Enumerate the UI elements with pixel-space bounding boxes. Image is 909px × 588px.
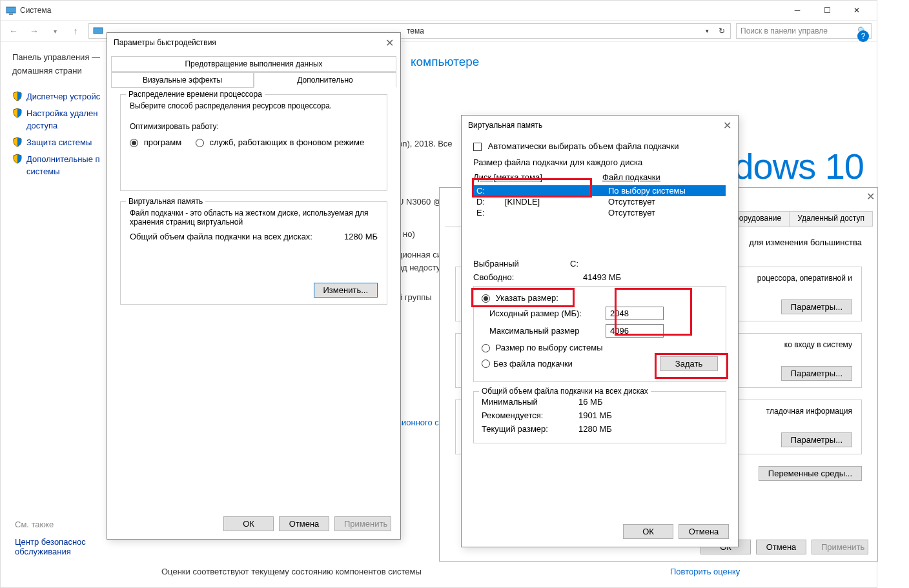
no-text: но)	[403, 229, 415, 239]
radio-custom-size[interactable]	[482, 294, 490, 303]
search-placeholder: Поиск в панели управле	[740, 26, 828, 35]
cpu-legend: Распределение времени процессора	[126, 90, 265, 99]
vmem-ok-button[interactable]: ОК	[623, 524, 673, 539]
copyright-text: on), 2018. Все	[398, 139, 453, 148]
address-dropdown-icon[interactable]: ▾	[706, 28, 709, 34]
shield-icon	[12, 154, 23, 164]
windows10-logo: dows 10	[733, 145, 864, 187]
sysprops-cancel-button[interactable]: Отмена	[756, 540, 806, 554]
change-vm-button[interactable]: Изменить...	[314, 283, 378, 298]
disk-row[interactable]: E:Отсутствует	[474, 207, 726, 218]
shield-icon	[12, 137, 23, 147]
close-button[interactable]: ✕	[842, 1, 872, 20]
env-vars-button[interactable]: Переменные среды...	[759, 466, 862, 481]
radio-system-managed[interactable]	[482, 344, 490, 352]
perf-ok-button[interactable]: ОК	[223, 516, 274, 531]
security-center-link[interactable]: Центр безопаснос обслуживания	[15, 537, 86, 556]
see-also-heading: См. также	[15, 520, 54, 529]
close-icon[interactable]: ✕	[723, 119, 731, 132]
tab-remote[interactable]: Удаленный доступ	[789, 211, 873, 227]
auto-manage-checkbox[interactable]	[473, 143, 482, 151]
virtual-memory-dialog: Виртуальная память ✕ Автоматически выбир…	[461, 115, 739, 547]
perf-cancel-button[interactable]: Отмена	[279, 516, 329, 531]
tab-dep[interactable]: Предотвращение выполнения данных	[111, 56, 396, 72]
window-title: Система	[20, 6, 782, 15]
vm-legend: Виртуальная память	[126, 197, 205, 206]
rating-text: Оценки соответствуют текущему состоянию …	[161, 567, 422, 576]
sysprops-apply-button[interactable]: Применить	[812, 540, 868, 554]
close-icon[interactable]: ✕	[866, 190, 875, 203]
perf-titlebar: Параметры быстродействия ✕	[107, 33, 400, 52]
perf-apply-button[interactable]: Применить	[334, 516, 391, 531]
initial-size-input[interactable]	[606, 307, 664, 320]
vmem-cancel-button[interactable]: Отмена	[679, 524, 729, 539]
address-text: тема	[407, 26, 424, 35]
disk-list-header: Диск [метка тома] Файл подкачки	[473, 172, 726, 182]
system-icon	[6, 5, 16, 15]
recent-button[interactable]: ▾	[47, 23, 63, 39]
disk-list[interactable]: C:По выбору системыD:[KINDLE]Отсутствует…	[473, 185, 726, 252]
close-icon[interactable]: ✕	[385, 37, 394, 49]
maximum-size-input[interactable]	[606, 324, 664, 338]
params-perf-button[interactable]: Параметры...	[781, 299, 852, 314]
size-fieldset: Указать размер: Исходный размер (МБ): Ма…	[473, 286, 726, 382]
set-button[interactable]: Задать	[660, 356, 718, 371]
na-text: од недоступ	[398, 263, 445, 272]
titlebar: Система ─ ☐ ✕	[1, 1, 877, 20]
forward-button[interactable]: →	[26, 23, 42, 39]
disk-row[interactable]: D:[KINDLE]Отсутствует	[474, 196, 726, 207]
page-title: компьютере	[411, 55, 857, 69]
virtual-memory-fieldset: Виртуальная память Файл подкачки - это о…	[120, 201, 387, 305]
minimize-button[interactable]: ─	[782, 1, 812, 20]
refresh-icon[interactable]: ↻	[719, 26, 725, 35]
radio-programs[interactable]	[130, 139, 138, 147]
tab-advanced[interactable]: Дополнительно	[254, 72, 396, 88]
up-button[interactable]: ↑	[68, 23, 83, 39]
performance-options-dialog: Параметры быстродействия ✕ Предотвращени…	[107, 32, 401, 540]
cpu-scheduling-fieldset: Распределение времени процессора Выберит…	[120, 94, 387, 191]
shield-icon	[12, 108, 23, 118]
license-link[interactable]: зионного со	[398, 418, 444, 427]
total-fieldset: Общий объем файла подкачки на всех диска…	[473, 391, 726, 443]
params-profiles-button[interactable]: Параметры...	[781, 366, 852, 381]
svg-rect-2	[94, 28, 103, 34]
system-icon	[93, 26, 103, 36]
search-input[interactable]: Поиск в панели управле 🔍	[736, 23, 872, 39]
vmem-titlebar: Виртуальная память ✕	[462, 116, 738, 135]
svg-rect-1	[9, 14, 13, 15]
params-startup-button[interactable]: Параметры...	[781, 432, 852, 447]
maximize-button[interactable]: ☐	[812, 1, 842, 20]
back-button[interactable]: ←	[6, 23, 21, 39]
disk-row[interactable]: C:По выбору системы	[474, 185, 726, 196]
grp-text: й группы	[398, 292, 432, 302]
radio-no-pagefile[interactable]	[482, 360, 490, 368]
shield-icon	[12, 91, 23, 101]
tab-visual-effects[interactable]: Визуальные эффекты	[111, 72, 254, 88]
svg-rect-0	[6, 7, 15, 13]
refresh-rating-link[interactable]: Повторить оценку	[670, 567, 740, 576]
help-icon[interactable]: ?	[857, 30, 869, 42]
radio-services[interactable]	[196, 139, 204, 147]
